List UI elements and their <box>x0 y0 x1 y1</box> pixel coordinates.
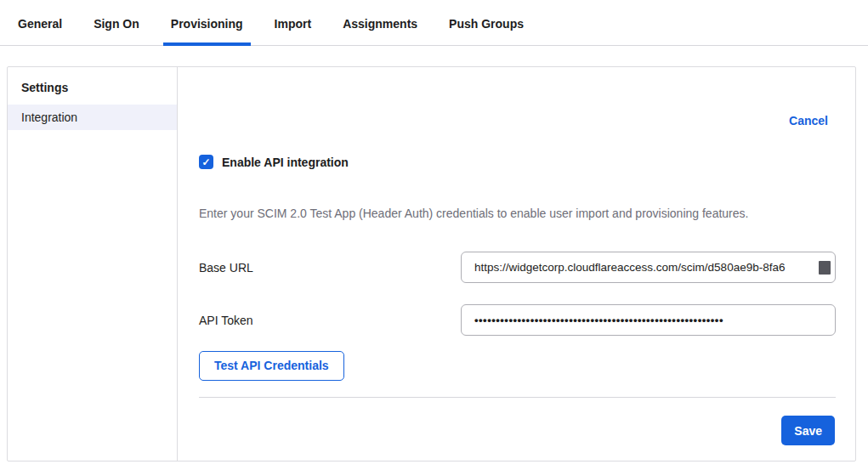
api-token-input[interactable]: ••••••••••••••••••••••••••••••••••••••••… <box>461 304 836 336</box>
cancel-button[interactable]: Cancel <box>789 114 828 127</box>
tab-assignments[interactable]: Assignments <box>335 3 425 45</box>
api-token-row: API Token ••••••••••••••••••••••••••••••… <box>199 304 836 336</box>
provisioning-panel: Settings Integration Cancel ✓ Enable API… <box>7 66 856 462</box>
base-url-input[interactable]: https://widgetcorp.cloudflareaccess.com/… <box>461 252 836 283</box>
test-button-row: Test API Credentials <box>199 351 836 381</box>
save-row: Save <box>199 416 836 445</box>
form-divider <box>199 397 836 398</box>
credentials-description: Enter your SCIM 2.0 Test App (Header Aut… <box>199 207 836 220</box>
base-url-row: Base URL https://widgetcorp.cloudflareac… <box>199 252 836 283</box>
enable-api-integration-label: Enable API integration <box>222 156 349 169</box>
integration-settings-form: Cancel ✓ Enable API integration Enter yo… <box>178 67 857 461</box>
tab-import[interactable]: Import <box>267 3 320 45</box>
test-api-credentials-button[interactable]: Test API Credentials <box>199 351 344 381</box>
sidebar-header-settings: Settings <box>8 72 177 105</box>
text-overflow-indicator-icon <box>819 261 831 275</box>
base-url-value: https://widgetcorp.cloudflareaccess.com/… <box>474 261 785 274</box>
tab-push-groups[interactable]: Push Groups <box>441 3 531 45</box>
api-token-label: API Token <box>199 314 461 327</box>
enable-api-integration-checkbox[interactable]: ✓ <box>199 155 213 169</box>
tab-sign-on[interactable]: Sign On <box>86 3 147 45</box>
tab-general[interactable]: General <box>10 3 70 45</box>
base-url-label: Base URL <box>199 261 461 275</box>
tab-provisioning[interactable]: Provisioning <box>163 3 251 45</box>
sidebar-item-integration[interactable]: Integration <box>8 105 177 130</box>
enable-api-integration-row: ✓ Enable API integration <box>199 155 836 169</box>
app-tab-bar: General Sign On Provisioning Import Assi… <box>0 0 868 46</box>
cancel-row: Cancel <box>199 67 836 127</box>
save-button[interactable]: Save <box>781 416 835 445</box>
settings-sidebar: Settings Integration <box>8 67 178 461</box>
api-token-masked-value: ••••••••••••••••••••••••••••••••••••••••… <box>474 314 723 326</box>
